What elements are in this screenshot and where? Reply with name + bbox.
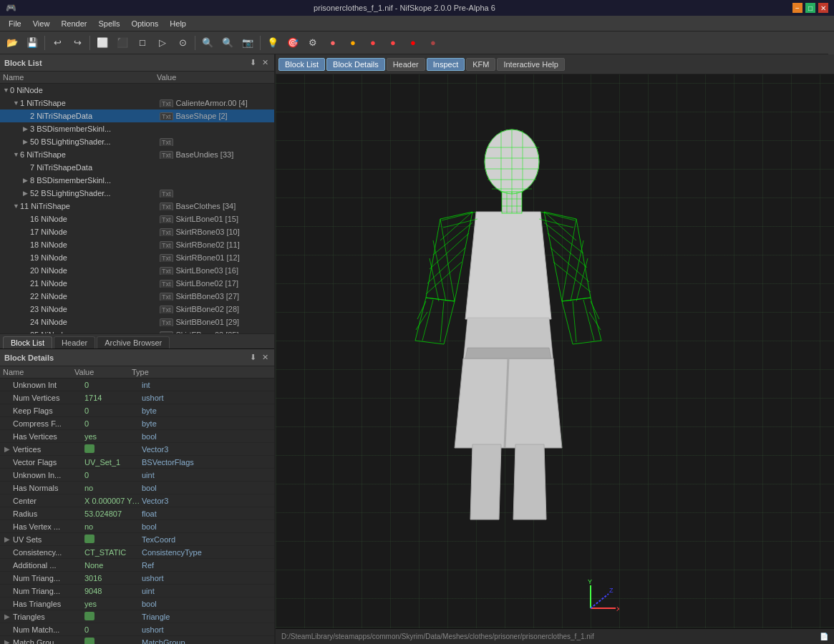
- panel-close-btn[interactable]: ✕: [261, 58, 270, 67]
- render-btn3[interactable]: □: [133, 34, 152, 52]
- render-btn2[interactable]: ⬛: [113, 34, 132, 52]
- detail-row[interactable]: ▶ Vertices Vector3: [0, 443, 274, 456]
- tree-row[interactable]: 2 NiTriShapeData TxtBaseShape [2]: [0, 109, 274, 122]
- tree-list[interactable]: ▼ 0 NiNode ▼ 1 NiTriShape TxtCalienteArm…: [0, 84, 274, 333]
- render-btn1[interactable]: ⬜: [93, 34, 112, 52]
- tree-toggle[interactable]: ▶: [23, 138, 30, 145]
- detail-row[interactable]: ▶ Match Grou... MatchGroup: [0, 636, 274, 644]
- tab-header[interactable]: Header: [387, 58, 425, 71]
- detail-row[interactable]: Compress F... 0 byte: [0, 417, 274, 430]
- detail-row[interactable]: Vector Flags UV_Set_1 BSVectorFlags: [0, 456, 274, 469]
- tree-row[interactable]: 7 NiTriShapeData: [0, 161, 274, 174]
- viewport[interactable]: Block List Block Details Header Inspect …: [276, 54, 834, 644]
- maximize-button[interactable]: □: [805, 3, 815, 13]
- render-btn5[interactable]: ⊙: [173, 34, 192, 52]
- block-tab-archive-browser[interactable]: Archive Browser: [97, 336, 170, 348]
- tree-row[interactable]: 19 NiNode TxtSkirtRBone01 [12]: [0, 251, 274, 264]
- tree-toggle[interactable]: ▼: [13, 203, 20, 210]
- block-tab-block-list[interactable]: Block List: [3, 336, 52, 348]
- undo-button[interactable]: ↩: [48, 34, 67, 52]
- block-tab-header[interactable]: Header: [54, 336, 95, 348]
- detail-row[interactable]: Radius 53.024807 float: [0, 507, 274, 520]
- toolbar-separator: [260, 36, 261, 50]
- detail-row[interactable]: Num Vertices 1714 ushort: [0, 391, 274, 404]
- tree-toggle[interactable]: ▼: [3, 87, 10, 94]
- menu-view[interactable]: View: [27, 18, 56, 29]
- render-btn4[interactable]: ▷: [153, 34, 172, 52]
- tree-toggle[interactable]: ▼: [13, 151, 20, 158]
- camera-btn[interactable]: 📷: [238, 34, 257, 52]
- detail-row[interactable]: Num Triang... 9048 uint: [0, 585, 274, 597]
- menu-options[interactable]: Options: [125, 18, 164, 29]
- tree-row[interactable]: 23 NiNode TxtSkirtBBone02 [28]: [0, 303, 274, 316]
- tree-row[interactable]: 24 NiNode TxtSkirtBBone01 [29]: [0, 316, 274, 328]
- detail-row[interactable]: Has Vertices yes bool: [0, 430, 274, 443]
- tree-row[interactable]: ▶ 52 BSLightingShader... Txt: [0, 187, 274, 200]
- close-button[interactable]: ✕: [818, 3, 828, 13]
- tree-row[interactable]: 18 NiNode TxtSkirtRBone02 [11]: [0, 238, 274, 251]
- detail-row[interactable]: Has Triangles yes bool: [0, 597, 274, 610]
- tree-row[interactable]: ▼ 11 NiTriShape TxtBaseClothes [34]: [0, 200, 274, 213]
- detail-row[interactable]: Has Normals no bool: [0, 482, 274, 494]
- tab-block-details[interactable]: Block Details: [326, 58, 385, 71]
- menu-file[interactable]: File: [3, 18, 27, 29]
- tab-block-list[interactable]: Block List: [278, 58, 325, 71]
- tree-row[interactable]: 20 NiNode TxtSkirtLBone03 [16]: [0, 264, 274, 277]
- tree-row[interactable]: ▶ 8 BSDismemberSkinl...: [0, 174, 274, 187]
- detail-expand[interactable]: ▶: [4, 638, 13, 644]
- tree-row[interactable]: ▼ 0 NiNode: [0, 84, 274, 97]
- tree-toggle[interactable]: ▶: [23, 125, 30, 132]
- tree-row[interactable]: ▶ 50 BSLightingShader... Txt: [0, 135, 274, 148]
- panel-collapse-btn[interactable]: ⬇: [248, 58, 258, 67]
- spell-btn5[interactable]: ●: [384, 34, 402, 52]
- tree-row[interactable]: ▼ 6 NiTriShape TxtBaseUndies [33]: [0, 148, 274, 161]
- tree-toggle[interactable]: ▼: [13, 99, 20, 107]
- view-btn1[interactable]: 🔍: [198, 34, 217, 52]
- tree-row[interactable]: ▼ 1 NiTriShape TxtCalienteArmor.00 [4]: [0, 97, 274, 109]
- spell-btn7[interactable]: ●: [424, 34, 442, 52]
- tab-inspect[interactable]: Inspect: [427, 58, 465, 71]
- detail-expand[interactable]: ▶: [4, 613, 13, 620]
- tab-interactive-help[interactable]: Interactive Help: [497, 58, 564, 71]
- detail-list[interactable]: Unknown Int 0 int Num Vertices 1714 usho…: [0, 379, 274, 644]
- view-btn2[interactable]: 🔍: [218, 34, 237, 52]
- detail-row[interactable]: Unknown In... 0 uint: [0, 469, 274, 482]
- tree-row[interactable]: 25 NiNode TxtSkirtFBone03 [35]: [0, 328, 274, 333]
- detail-row[interactable]: Center X 0.000007 Y 1.5... Vector3: [0, 494, 274, 507]
- light-btn[interactable]: 💡: [263, 34, 282, 52]
- detail-row[interactable]: ▶ UV Sets TexCoord: [0, 533, 274, 546]
- target-btn[interactable]: 🎯: [283, 34, 302, 52]
- menu-help[interactable]: Help: [164, 18, 192, 29]
- detail-row[interactable]: Additional ... None Ref: [0, 559, 274, 572]
- panel-close-btn-2[interactable]: ✕: [261, 353, 270, 362]
- tree-toggle[interactable]: ▶: [23, 190, 30, 197]
- spell-btn6[interactable]: ●: [404, 34, 422, 52]
- tab-kfm[interactable]: KFM: [466, 58, 495, 71]
- menu-spells[interactable]: Spells: [92, 18, 125, 29]
- tree-row[interactable]: 17 NiNode TxtSkirtRBone03 [10]: [0, 225, 274, 238]
- detail-row[interactable]: Has Vertex ... no bool: [0, 520, 274, 533]
- detail-row[interactable]: Num Triang... 3016 ushort: [0, 572, 274, 585]
- spell-btn2[interactable]: ●: [324, 34, 342, 52]
- spell-btn1[interactable]: ⚙: [304, 34, 322, 52]
- tree-row[interactable]: 16 NiNode TxtSkirtLBone01 [15]: [0, 213, 274, 225]
- menu-render[interactable]: Render: [55, 18, 92, 29]
- panel-collapse-btn-2[interactable]: ⬇: [248, 353, 258, 362]
- detail-expand[interactable]: ▶: [4, 535, 13, 543]
- open-button[interactable]: 📂: [3, 34, 21, 52]
- spell-btn3[interactable]: ●: [344, 34, 362, 52]
- spell-btn4[interactable]: ●: [364, 34, 382, 52]
- detail-row[interactable]: Unknown Int 0 int: [0, 379, 274, 391]
- tree-row[interactable]: ▶ 3 BSDismemberSkinl...: [0, 122, 274, 135]
- detail-expand[interactable]: ▶: [4, 445, 13, 453]
- minimize-button[interactable]: −: [792, 3, 803, 13]
- tree-row[interactable]: 22 NiNode TxtSkirtBBone03 [27]: [0, 290, 274, 303]
- tree-toggle[interactable]: ▶: [23, 177, 30, 184]
- detail-row[interactable]: ▶ Triangles Triangle: [0, 610, 274, 623]
- tree-row[interactable]: 21 NiNode TxtSkirtLBone02 [17]: [0, 277, 274, 290]
- detail-row[interactable]: Consistency... CT_STATIC ConsistencyType: [0, 546, 274, 559]
- save-button[interactable]: 💾: [23, 34, 42, 52]
- detail-row[interactable]: Keep Flags 0 byte: [0, 404, 274, 417]
- redo-button[interactable]: ↪: [68, 34, 87, 52]
- detail-row[interactable]: Num Match... 0 ushort: [0, 623, 274, 636]
